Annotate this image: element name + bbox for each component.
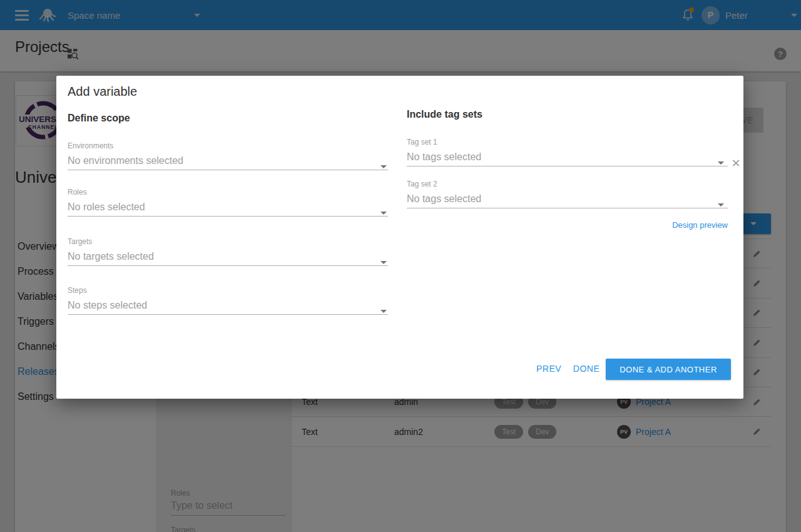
targets-value: No targets selected <box>68 251 388 265</box>
dialog-title: Add variable <box>68 84 137 99</box>
tag-set-1-select[interactable]: Tag set 1 No tags selected <box>407 138 728 166</box>
environments-label: Environments <box>68 141 388 151</box>
targets-label: Targets <box>68 237 388 247</box>
include-tag-sets-heading: Include tag sets <box>407 109 482 120</box>
done-button[interactable]: DONE <box>568 364 605 374</box>
steps-value: No steps selected <box>68 300 388 314</box>
field-underline <box>407 208 728 208</box>
field-underline <box>68 170 388 170</box>
steps-label: Steps <box>68 286 388 296</box>
dropdown-arrow-icon <box>380 165 387 168</box>
roles-label: Roles <box>68 188 388 198</box>
tag-set-2-select[interactable]: Tag set 2 No tags selected <box>407 180 728 208</box>
dropdown-arrow-icon <box>718 203 724 207</box>
environments-select[interactable]: Environments No environments selected <box>68 141 388 170</box>
define-scope-heading: Define scope <box>68 113 130 124</box>
tag-set-1-label: Tag set 1 <box>407 138 728 148</box>
field-underline <box>407 166 728 166</box>
dropdown-arrow-icon <box>380 212 387 215</box>
add-variable-dialog: Add variable ✕ Define scope Environments… <box>56 76 743 399</box>
steps-select[interactable]: Steps No steps selected <box>68 286 388 315</box>
roles-select[interactable]: Roles No roles selected <box>68 188 388 217</box>
targets-select[interactable]: Targets No targets selected <box>68 237 388 266</box>
tag-set-2-label: Tag set 2 <box>407 180 728 190</box>
field-underline <box>68 265 388 266</box>
design-preview-link[interactable]: Design preview <box>657 220 728 230</box>
tag-set-2-value: No tags selected <box>407 193 728 207</box>
close-icon[interactable]: ✕ <box>728 155 744 171</box>
dropdown-arrow-icon <box>718 161 724 165</box>
dropdown-arrow-icon <box>380 261 387 264</box>
field-underline <box>68 314 388 315</box>
field-underline <box>68 216 388 217</box>
roles-value: No roles selected <box>68 202 388 215</box>
dropdown-arrow-icon <box>380 310 387 313</box>
prev-button[interactable]: PREV <box>530 364 568 374</box>
tag-set-1-value: No tags selected <box>407 151 728 165</box>
environments-value: No environments selected <box>68 155 388 169</box>
done-and-add-another-button[interactable]: DONE & ADD ANOTHER <box>606 359 731 380</box>
